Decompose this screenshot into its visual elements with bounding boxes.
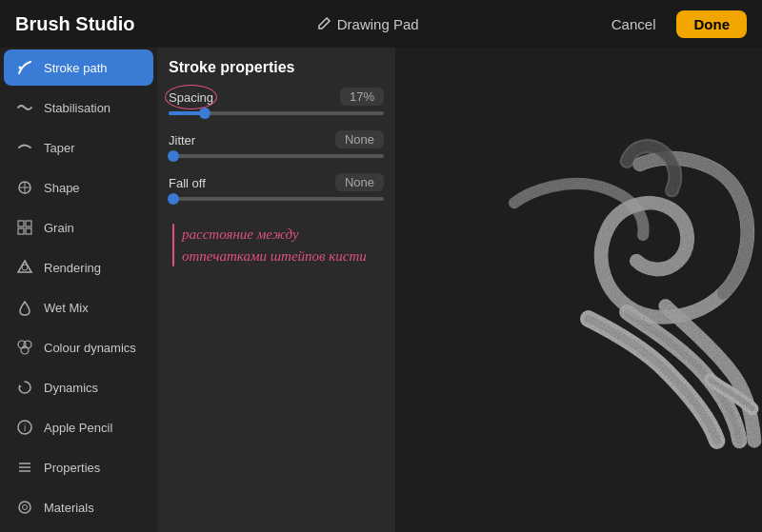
main-layout: Stroke pathStabilisationTaperShapeGrainR…	[0, 48, 762, 532]
sidebar-item-label-wet-mix: Wet Mix	[44, 301, 89, 315]
svg-point-0	[19, 67, 22, 69]
sidebar-item-shape[interactable]: Shape	[4, 169, 153, 206]
annotation-area: расстояние между отпечатками штейпов кис…	[169, 224, 384, 266]
annotation-line1: расстояние между	[182, 227, 299, 242]
property-label-jitter: Jitter	[169, 133, 195, 148]
sidebar-item-label-dynamics: Dynamics	[44, 381, 98, 395]
sidebar-item-rendering[interactable]: Rendering	[4, 249, 153, 286]
drawing-pad-label-area: Drawing Pad	[316, 16, 419, 32]
svg-text:i: i	[24, 423, 26, 433]
annotation-line2: отпечатками штейпов кисти	[182, 248, 367, 264]
sidebar-item-label-rendering: Rendering	[44, 261, 101, 275]
sidebar-item-stroke-path[interactable]: Stroke path	[4, 49, 153, 86]
sidebar-item-label-apple-pencil: Apple Pencil	[44, 421, 112, 435]
slider-thumb-spacing[interactable]	[199, 108, 211, 119]
annotation-line: расстояние между отпечатками штейпов кис…	[172, 224, 380, 266]
svg-point-17	[19, 502, 30, 513]
sidebar-item-label-stabilisation: Stabilisation	[44, 101, 110, 115]
dynamics-icon	[15, 378, 34, 397]
sidebar-item-properties[interactable]: Properties	[4, 449, 153, 485]
sidebar-item-label-properties: Properties	[44, 461, 100, 475]
svg-rect-5	[26, 228, 31, 234]
sidebar-item-label-taper: Taper	[44, 141, 75, 155]
materials-icon	[15, 498, 34, 517]
stroke-path-icon	[15, 58, 34, 77]
sidebar-item-grain[interactable]: Grain	[4, 209, 153, 246]
stroke-properties-panel: Stroke properties Spacing17%JitterNoneFa…	[157, 48, 395, 532]
svg-rect-2	[18, 221, 24, 227]
slider-thumb-jitter[interactable]	[168, 150, 179, 162]
stabilisation-icon	[15, 98, 34, 117]
sidebar-item-label-shape: Shape	[44, 181, 80, 195]
sidebar-item-label-grain: Grain	[44, 221, 74, 235]
properties-container: Spacing17%JitterNoneFall offNone	[169, 88, 384, 201]
taper-icon	[15, 138, 34, 157]
property-label-fall-off: Fall off	[169, 176, 206, 190]
grain-icon	[15, 218, 34, 237]
sidebar-item-label-stroke-path: Stroke path	[44, 61, 108, 75]
svg-rect-3	[26, 221, 31, 227]
header: Brush Studio Drawing Pad Cancel Done	[0, 0, 762, 48]
cancel-button[interactable]: Cancel	[600, 10, 668, 38]
svg-marker-11	[19, 384, 22, 387]
sidebar-item-materials[interactable]: Materials	[4, 489, 153, 525]
sidebar-item-label-materials: Materials	[44, 501, 94, 515]
sidebar-item-taper[interactable]: Taper	[4, 129, 153, 166]
property-value-fall-off: None	[335, 173, 384, 191]
rendering-icon	[15, 258, 34, 277]
colour-dynamics-icon	[15, 338, 34, 357]
drawing-pad-label: Drawing Pad	[337, 16, 419, 32]
svg-point-18	[23, 505, 28, 510]
sidebar-item-stabilisation[interactable]: Stabilisation	[4, 89, 153, 126]
edit-icon	[316, 16, 331, 31]
sidebar-item-wet-mix[interactable]: Wet Mix	[4, 289, 153, 325]
property-value-jitter: None	[335, 130, 384, 148]
sidebar-item-dynamics[interactable]: Dynamics	[4, 369, 153, 405]
property-header-jitter: JitterNone	[169, 130, 384, 148]
property-row-fall-off: Fall offNone	[169, 173, 384, 201]
drawing-pad[interactable]	[395, 48, 762, 532]
slider-track-fall-off[interactable]	[169, 197, 384, 201]
sidebar-item-colour-dynamics[interactable]: Colour dynamics	[4, 329, 153, 365]
property-value-spacing: 17%	[340, 88, 384, 106]
property-row-spacing: Spacing17%	[169, 88, 384, 115]
svg-point-7	[22, 265, 28, 270]
property-header-spacing: Spacing17%	[169, 88, 384, 106]
sidebar-item-apple-pencil[interactable]: iApple Pencil	[4, 409, 153, 445]
sidebar: Stroke pathStabilisationTaperShapeGrainR…	[0, 48, 157, 532]
property-header-fall-off: Fall offNone	[169, 173, 384, 191]
apple-pencil-icon: i	[15, 418, 34, 437]
shape-icon	[15, 178, 34, 197]
done-button[interactable]: Done	[676, 10, 747, 38]
property-label-wrap-spacing: Spacing	[169, 89, 213, 106]
properties-icon	[15, 458, 34, 477]
sidebar-item-label-colour-dynamics: Colour dynamics	[44, 341, 136, 355]
header-actions: Cancel Done	[600, 10, 747, 38]
svg-rect-4	[18, 228, 24, 234]
slider-track-spacing[interactable]	[169, 111, 384, 115]
property-row-jitter: JitterNone	[169, 130, 384, 158]
slider-thumb-fall-off[interactable]	[168, 193, 179, 205]
property-label-wrap-jitter: Jitter	[169, 131, 195, 148]
property-label-spacing: Spacing	[169, 90, 213, 105]
brush-strokes-svg	[395, 48, 762, 532]
wet-mix-icon	[15, 298, 34, 317]
property-label-wrap-fall-off: Fall off	[169, 174, 206, 191]
app-title: Brush Studio	[15, 13, 135, 35]
annotation-vline	[172, 224, 174, 266]
stroke-properties-title: Stroke properties	[169, 48, 384, 88]
annotation-text: расстояние между отпечатками штейпов кис…	[182, 224, 367, 266]
slider-track-jitter[interactable]	[169, 154, 384, 158]
